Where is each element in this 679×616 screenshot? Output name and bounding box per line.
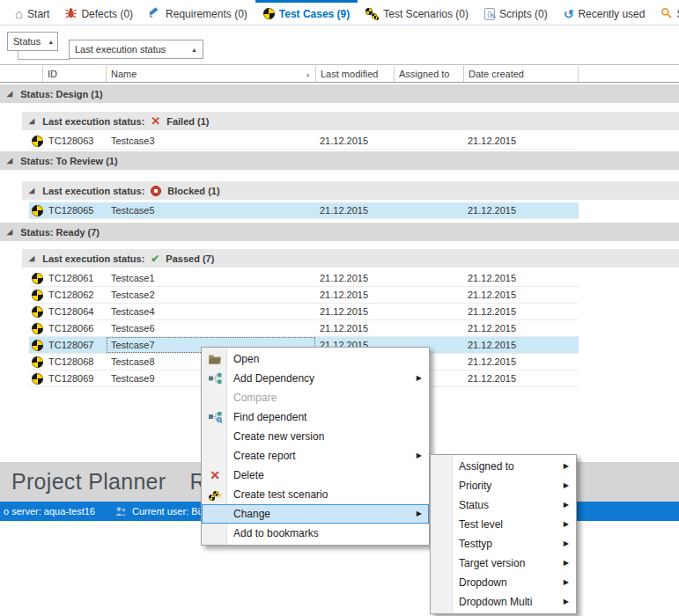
groupby-field-status[interactable]: Status ▲ xyxy=(7,32,58,51)
tab-start[interactable]: ⌂ Start xyxy=(7,0,57,25)
submenu-item-dropdown-multi[interactable]: Dropdown Multi ▶ xyxy=(431,592,576,612)
people-icon xyxy=(114,506,128,517)
cell-name: Testcase8 xyxy=(111,356,155,367)
submenu-item-testtyp[interactable]: Testtyp ▶ xyxy=(431,534,576,554)
bug-icon xyxy=(65,7,77,21)
groupby-field-last-execution-status[interactable]: Last execution status ▲ xyxy=(69,40,203,59)
search-icon xyxy=(661,7,672,21)
submenu-item-status[interactable]: Status ▶ xyxy=(431,495,576,515)
tab-defects[interactable]: Defects (0) xyxy=(57,0,141,25)
menu-item-label: Priority xyxy=(459,480,491,492)
table-row-selected[interactable]: TC128065 Testcase5 21.12.2015 21.12.2015 xyxy=(29,202,579,219)
scripts-icon: {}✎ xyxy=(484,8,495,20)
testcase-icon xyxy=(32,323,43,334)
table-row[interactable]: TC128061 Testcase1 21.12.2015 21.12.2015 xyxy=(29,270,579,287)
table-row[interactable]: TC128063 Testcase3 21.12.2015 21.12.2015 xyxy=(29,133,579,150)
menu-item-change[interactable]: Change ▶ xyxy=(202,504,429,524)
menu-item-label: Add Dependency xyxy=(233,372,314,385)
menu-item-add-dependency[interactable]: Add Dependency ▶ xyxy=(202,369,429,388)
menu-item-add-to-bookmarks[interactable]: Add to bookmarks xyxy=(202,524,429,543)
menu-item-label: Create new version xyxy=(233,430,324,443)
cell-date-created: 21.12.2015 xyxy=(468,323,516,334)
cell-date-created: 21.12.2015 xyxy=(468,340,516,350)
menu-item-label: Find dependent xyxy=(233,411,306,423)
test-scenarios-icon xyxy=(365,8,379,20)
menu-item-create-new-version[interactable]: Create new version xyxy=(202,427,429,446)
tab-label: Recently used xyxy=(578,8,645,20)
submenu-arrow-icon: ▶ xyxy=(417,446,422,466)
recently-used-icon: ↺ xyxy=(564,8,574,20)
cell-id: TC128064 xyxy=(48,306,93,317)
testcase-icon xyxy=(32,373,43,385)
cell-date-created: 21.12.2015 xyxy=(468,205,516,216)
cell-date-created: 21.12.2015 xyxy=(468,306,516,317)
cell-id: TC128069 xyxy=(48,373,93,384)
group-label: Status: Ready (7) xyxy=(20,227,100,238)
cell-last-modified: 21.12.2015 xyxy=(320,136,368,146)
cell-date-created: 21.12.2015 xyxy=(468,290,516,300)
cell-id: TC128066 xyxy=(48,323,93,334)
submenu-item-test-level[interactable]: Test level ▶ xyxy=(431,515,576,534)
tab-search[interactable]: Search xyxy=(653,0,679,25)
submenu-item-target-version[interactable]: Target version ▶ xyxy=(431,554,576,573)
cell-id: TC128063 xyxy=(48,136,93,146)
menu-item-label: Compare xyxy=(233,392,277,404)
column-header-assigned-to[interactable]: Assigned to xyxy=(395,66,464,82)
expander-icon[interactable] xyxy=(29,187,34,194)
subgroup-header-passed[interactable]: Last execution status: ✔ Passed (7) xyxy=(22,249,679,268)
subgroup-header-failed[interactable]: Last execution status: ✕ Failed (1) xyxy=(22,112,679,130)
menu-item-open[interactable]: Open xyxy=(202,349,429,369)
tab-requirements[interactable]: Requirements (0) xyxy=(141,0,255,25)
context-menu: Open Add Dependency ▶ Compare Find depen… xyxy=(201,347,430,546)
subgroup-value: Blocked (1) xyxy=(167,186,219,196)
submenu-item-dropdown[interactable]: Dropdown ▶ xyxy=(431,573,576,592)
server-status-text: o server: aqua-test16 xyxy=(4,506,95,517)
submenu-item-priority[interactable]: Priority ▶ xyxy=(431,476,576,495)
cell-name: Testcase2 xyxy=(111,290,155,300)
expander-icon[interactable] xyxy=(29,118,34,125)
submenu-item-assigned-to[interactable]: Assigned to ▶ xyxy=(431,457,576,476)
expander-icon[interactable] xyxy=(7,91,12,98)
column-header-id[interactable]: ID xyxy=(43,66,107,82)
bottom-tab-project-planner[interactable]: Project Planner xyxy=(11,469,166,495)
column-header-last-modified[interactable]: Last modified xyxy=(316,66,395,82)
table-row[interactable]: TC128062 Testcase2 21.12.2015 21.12.2015 xyxy=(29,287,579,304)
submenu-arrow-icon: ▶ xyxy=(564,457,569,476)
cell-last-modified: 21.12.2015 xyxy=(320,306,368,317)
expander-icon[interactable] xyxy=(7,229,12,236)
menu-item-delete[interactable]: ✕ Delete xyxy=(202,466,429,485)
menu-item-label: Test level xyxy=(459,518,503,531)
menu-item-create-report[interactable]: Create report ▶ xyxy=(202,446,429,466)
tab-test-cases[interactable]: Test Cases (9) xyxy=(255,0,358,25)
testcase-icon xyxy=(32,290,43,301)
group-header-status-ready[interactable]: Status: Ready (7) xyxy=(0,223,679,241)
subgroup-value: Passed (7) xyxy=(166,253,214,264)
menu-item-find-dependent[interactable]: Find dependent xyxy=(202,407,429,427)
requirements-icon xyxy=(149,7,161,21)
current-user-text: Current user: Büs xyxy=(132,506,208,517)
tab-recently-used[interactable]: ↺ Recently used xyxy=(556,0,653,25)
column-header-name[interactable]: Name ▲ xyxy=(107,66,316,82)
menu-item-label: Status xyxy=(459,499,489,511)
column-header-date-created[interactable]: Date created xyxy=(464,66,579,82)
tab-scripts[interactable]: {}✎ Scripts (0) xyxy=(476,0,556,25)
sort-asc-icon: ▲ xyxy=(305,71,311,77)
group-header-status-to-review[interactable]: Status: To Review (1) xyxy=(0,151,679,170)
subgroup-header-blocked[interactable]: Last execution status: Blocked (1) xyxy=(22,181,679,200)
tab-label: Start xyxy=(27,8,49,20)
column-header-icon[interactable] xyxy=(0,66,43,82)
cell-name: Testcase9 xyxy=(111,373,155,384)
expander-icon[interactable] xyxy=(29,255,34,262)
submenu-arrow-icon: ▶ xyxy=(564,495,569,515)
table-row[interactable]: TC128066 Testcase6 21.12.2015 21.12.2015 xyxy=(29,320,579,337)
menu-item-create-test-scenario[interactable]: ✳ Create test scenario xyxy=(202,485,429,504)
cell-id: TC128061 xyxy=(48,273,93,283)
group-header-status-design[interactable]: Status: Design (1) xyxy=(0,84,679,103)
test-scenarios-icon: ✳ xyxy=(207,488,223,502)
expander-icon[interactable] xyxy=(7,158,12,165)
tab-test-scenarios[interactable]: Test Scenarios (0) xyxy=(358,0,476,25)
table-row[interactable]: TC128064 Testcase4 21.12.2015 21.12.2015 xyxy=(29,304,579,320)
table-header: ID Name ▲ Last modified Assigned to Date… xyxy=(0,66,679,83)
menu-item-label: Open xyxy=(233,353,259,365)
cell-id: TC128068 xyxy=(48,356,93,367)
